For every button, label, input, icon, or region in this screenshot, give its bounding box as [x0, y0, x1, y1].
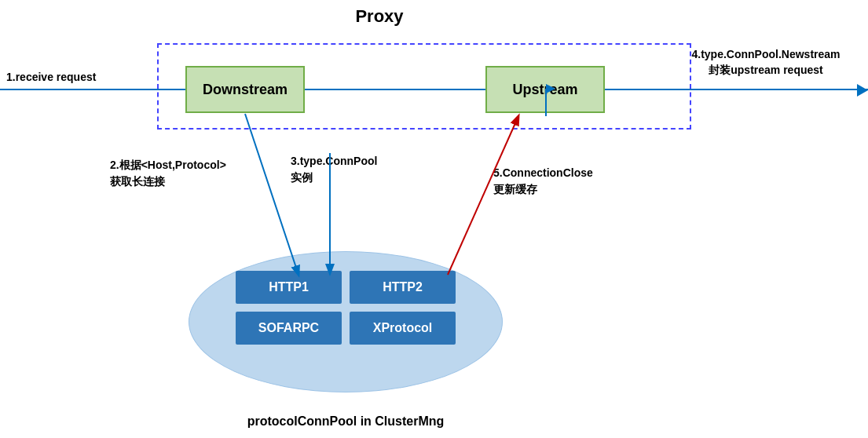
- protocol-grid: HTTP1 HTTP2 SOFARPC XProtocol: [236, 271, 456, 345]
- protocol-http1: HTTP1: [236, 271, 342, 304]
- downstream-box: Downstream: [185, 66, 305, 113]
- upstream-box: Upstream: [485, 66, 605, 113]
- label-connpool-new: 4.type.ConnPool.Newstream 封装upstream req…: [668, 47, 864, 78]
- protocol-xprotocol: XProtocol: [350, 312, 456, 345]
- protocol-http2: HTTP2: [350, 271, 456, 304]
- label-receive: 1.receive request: [6, 71, 96, 83]
- diagram-container: Proxy Downstream Upstream 1.receive requ…: [0, 0, 868, 438]
- label-bottom: protocolConnPool in ClusterMng: [189, 414, 503, 429]
- label-2: 2.根据<Host,Protocol> 获取长连接: [110, 157, 226, 190]
- label-5: 5.ConnectionClose 更新缓存: [493, 165, 593, 198]
- label-3: 3.type.ConnPool 实例: [291, 153, 377, 186]
- proxy-label: Proxy: [320, 6, 438, 27]
- main-arrow-head: [857, 84, 868, 97]
- ellipse-container: HTTP1 HTTP2 SOFARPC XProtocol: [189, 251, 503, 392]
- protocol-sofarpc: SOFARPC: [236, 312, 342, 345]
